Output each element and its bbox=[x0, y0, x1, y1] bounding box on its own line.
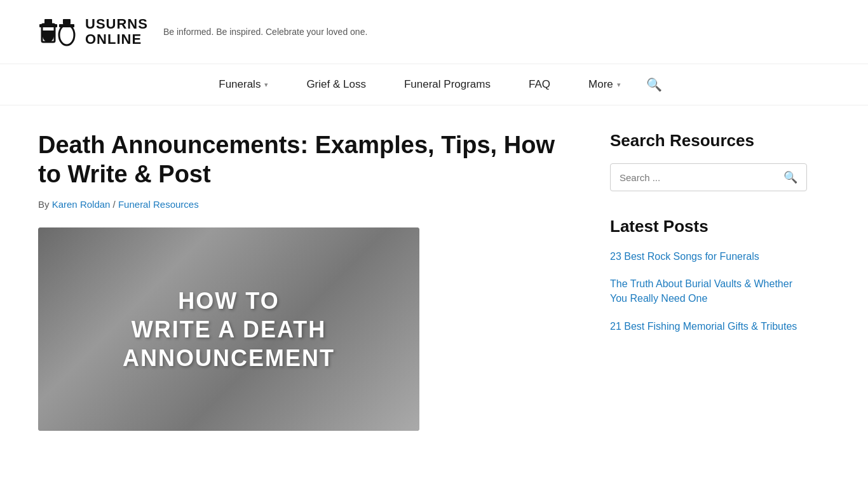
site-tagline: Be informed. Be inspired. Celebrate your… bbox=[163, 27, 367, 37]
logo-text: USURNS ONLINE bbox=[85, 17, 148, 47]
site-header: USURNS ONLINE Be informed. Be inspired. … bbox=[0, 0, 868, 64]
search-box[interactable]: 🔍 bbox=[610, 163, 807, 191]
image-overlay-text: HOW TO WRITE A DEATH ANNOUNCEMENT bbox=[110, 274, 348, 385]
nav-grief-loss[interactable]: Grief & Loss bbox=[287, 65, 385, 104]
search-submit-icon[interactable]: 🔍 bbox=[783, 170, 797, 184]
nav-faq[interactable]: FAQ bbox=[510, 65, 569, 104]
nav-funerals[interactable]: Funerals ▾ bbox=[200, 65, 287, 104]
svg-rect-4 bbox=[59, 24, 74, 27]
category-link[interactable]: Funeral Resources bbox=[118, 199, 199, 210]
svg-rect-1 bbox=[39, 24, 57, 27]
search-resources-title: Search Resources bbox=[610, 131, 807, 151]
main-container: Death Announcements: Examples, Tips, How… bbox=[0, 105, 868, 456]
author-link[interactable]: Karen Roldan bbox=[52, 199, 111, 210]
svg-point-3 bbox=[59, 25, 74, 45]
latest-post-fishing-memorial[interactable]: 21 Best Fishing Memorial Gifts & Tribute… bbox=[610, 319, 807, 334]
svg-rect-5 bbox=[63, 19, 71, 24]
search-icon[interactable]: 🔍 bbox=[640, 64, 668, 105]
latest-post-burial-vaults[interactable]: The Truth About Burial Vaults & Whether … bbox=[610, 276, 807, 306]
search-input[interactable] bbox=[620, 172, 783, 183]
sidebar: Search Resources 🔍 Latest Posts 23 Best … bbox=[610, 131, 807, 431]
article-meta: By Karen Roldan / Funeral Resources bbox=[38, 199, 572, 210]
article-title: Death Announcements: Examples, Tips, How… bbox=[38, 131, 572, 189]
main-nav: Funerals ▾ Grief & Loss Funeral Programs… bbox=[0, 64, 868, 105]
logo-area[interactable]: USURNS ONLINE Be informed. Be inspired. … bbox=[38, 13, 367, 51]
svg-rect-2 bbox=[44, 19, 52, 24]
chevron-down-icon: ▾ bbox=[617, 81, 621, 89]
logo-icon bbox=[38, 13, 76, 51]
meta-prefix: By bbox=[38, 199, 50, 210]
meta-separator: / bbox=[113, 199, 118, 210]
latest-post-rock-songs[interactable]: 23 Best Rock Songs for Funerals bbox=[610, 249, 807, 264]
article-area: Death Announcements: Examples, Tips, How… bbox=[38, 131, 572, 431]
nav-more[interactable]: More ▾ bbox=[569, 65, 640, 104]
chevron-down-icon: ▾ bbox=[264, 81, 268, 89]
article-featured-image: HOW TO WRITE A DEATH ANNOUNCEMENT bbox=[38, 227, 419, 431]
latest-posts-title: Latest Posts bbox=[610, 217, 807, 236]
nav-funeral-programs[interactable]: Funeral Programs bbox=[385, 65, 510, 104]
